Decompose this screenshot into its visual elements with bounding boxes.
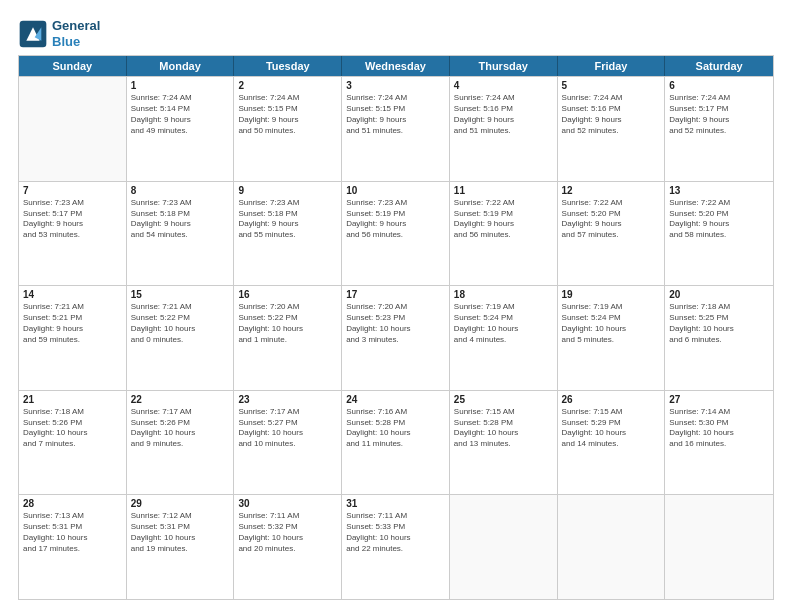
cell-info-line: Sunset: 5:22 PM — [131, 313, 230, 324]
day-number: 3 — [346, 80, 445, 91]
day-cell-29: 29Sunrise: 7:12 AMSunset: 5:31 PMDayligh… — [127, 495, 235, 599]
day-cell-14: 14Sunrise: 7:21 AMSunset: 5:21 PMDayligh… — [19, 286, 127, 390]
cell-info-line: Daylight: 9 hours — [131, 115, 230, 126]
day-number: 13 — [669, 185, 769, 196]
cell-info-line: Daylight: 10 hours — [346, 428, 445, 439]
cell-info-line: Sunset: 5:16 PM — [454, 104, 553, 115]
cell-info-line: Sunset: 5:25 PM — [669, 313, 769, 324]
day-number: 19 — [562, 289, 661, 300]
cell-info-line: Daylight: 9 hours — [23, 219, 122, 230]
cell-info-line: Daylight: 9 hours — [238, 115, 337, 126]
cell-info-line: Sunrise: 7:24 AM — [562, 93, 661, 104]
cell-info-line: Sunset: 5:20 PM — [669, 209, 769, 220]
day-cell-8: 8Sunrise: 7:23 AMSunset: 5:18 PMDaylight… — [127, 182, 235, 286]
cell-info-line: Daylight: 10 hours — [131, 324, 230, 335]
day-cell-24: 24Sunrise: 7:16 AMSunset: 5:28 PMDayligh… — [342, 391, 450, 495]
header-day-sunday: Sunday — [19, 56, 127, 76]
cell-info-line: Sunrise: 7:21 AM — [23, 302, 122, 313]
cell-info-line: Sunrise: 7:20 AM — [238, 302, 337, 313]
cell-info-line: Sunset: 5:30 PM — [669, 418, 769, 429]
day-number: 23 — [238, 394, 337, 405]
day-cell-26: 26Sunrise: 7:15 AMSunset: 5:29 PMDayligh… — [558, 391, 666, 495]
empty-cell — [665, 495, 773, 599]
day-cell-11: 11Sunrise: 7:22 AMSunset: 5:19 PMDayligh… — [450, 182, 558, 286]
day-cell-27: 27Sunrise: 7:14 AMSunset: 5:30 PMDayligh… — [665, 391, 773, 495]
day-number: 27 — [669, 394, 769, 405]
cell-info-line: Sunrise: 7:22 AM — [454, 198, 553, 209]
day-cell-6: 6Sunrise: 7:24 AMSunset: 5:17 PMDaylight… — [665, 77, 773, 181]
cell-info-line: Sunrise: 7:22 AM — [669, 198, 769, 209]
cell-info-line: Sunset: 5:33 PM — [346, 522, 445, 533]
cell-info-line: and 5 minutes. — [562, 335, 661, 346]
day-cell-28: 28Sunrise: 7:13 AMSunset: 5:31 PMDayligh… — [19, 495, 127, 599]
cell-info-line: Sunset: 5:14 PM — [131, 104, 230, 115]
cell-info-line: Daylight: 10 hours — [23, 533, 122, 544]
empty-cell — [19, 77, 127, 181]
cell-info-line: Sunset: 5:17 PM — [669, 104, 769, 115]
cell-info-line: Daylight: 10 hours — [131, 533, 230, 544]
cell-info-line: Sunrise: 7:13 AM — [23, 511, 122, 522]
cell-info-line: Sunrise: 7:11 AM — [346, 511, 445, 522]
day-number: 31 — [346, 498, 445, 509]
day-number: 15 — [131, 289, 230, 300]
calendar-row-0: 1Sunrise: 7:24 AMSunset: 5:14 PMDaylight… — [19, 76, 773, 181]
cell-info-line: and 6 minutes. — [669, 335, 769, 346]
cell-info-line: Sunset: 5:26 PM — [23, 418, 122, 429]
cell-info-line: Daylight: 9 hours — [346, 219, 445, 230]
day-cell-9: 9Sunrise: 7:23 AMSunset: 5:18 PMDaylight… — [234, 182, 342, 286]
cell-info-line: Sunset: 5:19 PM — [346, 209, 445, 220]
cell-info-line: Sunset: 5:31 PM — [131, 522, 230, 533]
cell-info-line: and 56 minutes. — [346, 230, 445, 241]
cell-info-line: Sunrise: 7:21 AM — [131, 302, 230, 313]
cell-info-line: and 55 minutes. — [238, 230, 337, 241]
day-cell-13: 13Sunrise: 7:22 AMSunset: 5:20 PMDayligh… — [665, 182, 773, 286]
day-cell-7: 7Sunrise: 7:23 AMSunset: 5:17 PMDaylight… — [19, 182, 127, 286]
cell-info-line: and 0 minutes. — [131, 335, 230, 346]
day-cell-18: 18Sunrise: 7:19 AMSunset: 5:24 PMDayligh… — [450, 286, 558, 390]
cell-info-line: and 3 minutes. — [346, 335, 445, 346]
cell-info-line: and 4 minutes. — [454, 335, 553, 346]
cell-info-line: Sunrise: 7:23 AM — [131, 198, 230, 209]
cell-info-line: Daylight: 10 hours — [131, 428, 230, 439]
day-number: 5 — [562, 80, 661, 91]
cell-info-line: Sunset: 5:31 PM — [23, 522, 122, 533]
day-cell-3: 3Sunrise: 7:24 AMSunset: 5:15 PMDaylight… — [342, 77, 450, 181]
header-day-monday: Monday — [127, 56, 235, 76]
cell-info-line: Sunset: 5:19 PM — [454, 209, 553, 220]
cell-info-line: Sunrise: 7:15 AM — [454, 407, 553, 418]
cell-info-line: Daylight: 9 hours — [562, 219, 661, 230]
day-cell-31: 31Sunrise: 7:11 AMSunset: 5:33 PMDayligh… — [342, 495, 450, 599]
cell-info-line: Sunrise: 7:20 AM — [346, 302, 445, 313]
day-cell-15: 15Sunrise: 7:21 AMSunset: 5:22 PMDayligh… — [127, 286, 235, 390]
day-number: 8 — [131, 185, 230, 196]
day-cell-22: 22Sunrise: 7:17 AMSunset: 5:26 PMDayligh… — [127, 391, 235, 495]
logo-text: General Blue — [52, 18, 100, 49]
cell-info-line: Sunset: 5:24 PM — [454, 313, 553, 324]
cell-info-line: Sunrise: 7:23 AM — [23, 198, 122, 209]
cell-info-line: Sunset: 5:20 PM — [562, 209, 661, 220]
cell-info-line: Daylight: 9 hours — [669, 115, 769, 126]
cell-info-line: Sunrise: 7:17 AM — [131, 407, 230, 418]
cell-info-line: Sunrise: 7:23 AM — [346, 198, 445, 209]
page: General Blue SundayMondayTuesdayWednesda… — [0, 0, 792, 612]
cell-info-line: and 22 minutes. — [346, 544, 445, 555]
cell-info-line: Daylight: 10 hours — [238, 428, 337, 439]
cell-info-line: Sunrise: 7:11 AM — [238, 511, 337, 522]
calendar-header: SundayMondayTuesdayWednesdayThursdayFrid… — [19, 56, 773, 76]
cell-info-line: Sunrise: 7:24 AM — [238, 93, 337, 104]
cell-info-line: Sunrise: 7:16 AM — [346, 407, 445, 418]
header-day-wednesday: Wednesday — [342, 56, 450, 76]
cell-info-line: Sunrise: 7:19 AM — [562, 302, 661, 313]
day-number: 1 — [131, 80, 230, 91]
header-day-friday: Friday — [558, 56, 666, 76]
day-number: 16 — [238, 289, 337, 300]
cell-info-line: and 57 minutes. — [562, 230, 661, 241]
cell-info-line: and 58 minutes. — [669, 230, 769, 241]
cell-info-line: Sunrise: 7:18 AM — [669, 302, 769, 313]
cell-info-line: Sunrise: 7:14 AM — [669, 407, 769, 418]
cell-info-line: and 49 minutes. — [131, 126, 230, 137]
cell-info-line: Daylight: 9 hours — [238, 219, 337, 230]
day-number: 28 — [23, 498, 122, 509]
cell-info-line: and 19 minutes. — [131, 544, 230, 555]
cell-info-line: Sunset: 5:22 PM — [238, 313, 337, 324]
